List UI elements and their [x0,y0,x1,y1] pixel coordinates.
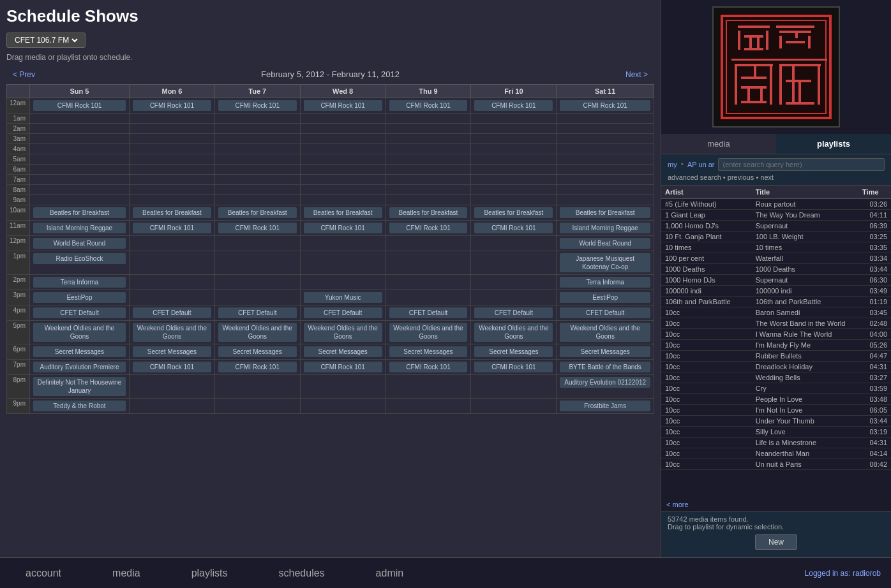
schedule-cell[interactable]: CFMI Rock 101 [129,221,214,236]
show-block[interactable]: CFMI Rock 101 [304,100,382,111]
my-link[interactable]: my [668,161,677,168]
schedule-cell[interactable]: Beatles for Breakfast [129,205,214,221]
schedule-cell[interactable] [129,165,214,175]
table-row[interactable]: 10ccUn nuit à Paris08:42 [661,459,891,470]
schedule-cell[interactable] [386,195,471,205]
table-row[interactable]: 10ccBaron Samedi03:45 [661,307,891,318]
schedule-cell[interactable]: Weekend Oldies and the Goons [129,321,214,344]
schedule-cell[interactable]: CFET Default [30,305,130,321]
show-block[interactable]: CFET Default [33,307,126,318]
schedule-cell[interactable] [386,165,471,175]
show-block[interactable]: Weekend Oldies and the Goons [218,323,297,342]
schedule-cell[interactable] [557,165,654,175]
show-block[interactable]: CFMI Rock 101 [304,362,382,372]
schedule-cell[interactable]: Japanese Musiquest Kootenay Co-op [557,251,654,275]
schedule-cell[interactable] [129,175,214,185]
tab-playlists[interactable]: playlists [776,134,891,154]
schedule-cell[interactable] [557,124,654,134]
schedule-cell[interactable]: CFMI Rock 101 [471,98,557,114]
schedule-cell[interactable]: Beatles for Breakfast [557,205,654,221]
schedule-cell[interactable]: Weekend Oldies and the Goons [30,321,130,344]
schedule-cell[interactable]: CFET Default [471,305,557,321]
schedule-cell[interactable] [214,144,300,154]
schedule-cell[interactable]: CFMI Rock 101 [386,221,471,236]
schedule-cell[interactable] [471,375,557,399]
table-row[interactable]: 10ccI Wanna Rule The World04:00 [661,329,891,340]
show-block[interactable]: Beatles for Breakfast [474,207,553,218]
schedule-cell[interactable] [471,275,557,290]
show-block[interactable]: CFET Default [389,307,468,318]
table-row[interactable]: 10ccCry03:59 [661,383,891,394]
schedule-cell[interactable]: CFET Default [386,305,471,321]
schedule-cell[interactable] [129,275,214,290]
show-block[interactable]: Terra Informa [560,277,650,288]
schedule-cell[interactable] [471,236,557,251]
schedule-cell[interactable] [386,375,471,399]
show-block[interactable]: CFMI Rock 101 [33,100,126,111]
schedule-cell[interactable] [214,375,300,399]
show-block[interactable]: CFMI Rock 101 [218,100,297,111]
schedule-cell[interactable] [557,114,654,124]
schedule-cell[interactable]: Terra Informa [557,275,654,290]
show-block[interactable]: Island Morning Reggae [560,223,650,233]
schedule-cell[interactable] [386,236,471,251]
schedule-cell[interactable] [30,175,130,185]
schedule-cell[interactable] [129,124,214,134]
schedule-cell[interactable]: Auditory Evolution 02122012 [557,375,654,399]
schedule-cell[interactable]: Secret Messages [214,344,300,360]
table-row[interactable]: 10ccDreadlock Holiday04:31 [661,362,891,372]
schedule-cell[interactable] [557,195,654,205]
schedule-cell[interactable] [30,124,130,134]
schedule-cell[interactable]: CFMI Rock 101 [471,221,557,236]
schedule-cell[interactable] [30,144,130,154]
nav-playlists[interactable]: playlists [166,558,253,588]
schedule-cell[interactable]: Secret Messages [129,344,214,360]
schedule-cell[interactable] [471,124,557,134]
table-row[interactable]: 1000 Deaths1000 Deaths03:44 [661,264,891,275]
next-button[interactable]: Next > [625,70,648,79]
schedule-cell[interactable]: Beatles for Breakfast [471,205,557,221]
show-block[interactable]: CFMI Rock 101 [560,100,650,111]
schedule-cell[interactable] [214,134,300,144]
table-row[interactable]: 100 per centWaterfall03:34 [661,253,891,264]
schedule-cell[interactable]: Secret Messages [300,344,386,360]
schedule-cell[interactable] [386,185,471,195]
show-block[interactable]: Weekend Oldies and the Goons [389,323,468,342]
schedule-cell[interactable] [471,165,557,175]
show-block[interactable]: CFET Default [133,307,211,318]
schedule-cell[interactable]: CFMI Rock 101 [30,98,130,114]
schedule-cell[interactable] [386,124,471,134]
schedule-cell[interactable]: Beatles for Breakfast [300,205,386,221]
schedule-cell[interactable] [214,275,300,290]
schedule-cell[interactable] [129,114,214,124]
schedule-cell[interactable] [471,144,557,154]
ap-un-ar-link[interactable]: AP un ar [687,161,715,168]
schedule-cell[interactable] [300,251,386,275]
schedule-cell[interactable] [129,134,214,144]
show-block[interactable]: Definitely Not The Housewine January [33,377,126,396]
advanced-search-link[interactable]: advanced search [668,173,721,181]
schedule-cell[interactable] [386,290,471,305]
show-block[interactable]: CFMI Rock 101 [389,100,468,111]
schedule-cell[interactable] [471,154,557,165]
show-block[interactable]: Island Morning Reggae [33,223,126,233]
schedule-cell[interactable] [129,195,214,205]
show-block[interactable]: Teddy & the Robot [33,401,126,411]
show-block[interactable]: CFMI Rock 101 [133,223,211,233]
schedule-cell[interactable] [386,154,471,165]
show-block[interactable]: EestiPop [560,292,650,303]
schedule-cell[interactable]: CFET Default [300,305,386,321]
schedule-cell[interactable] [386,251,471,275]
schedule-cell[interactable] [386,399,471,414]
schedule-cell[interactable] [300,175,386,185]
schedule-cell[interactable] [214,236,300,251]
schedule-cell[interactable]: CFET Default [557,305,654,321]
schedule-cell[interactable]: CFET Default [129,305,214,321]
schedule-cell[interactable]: EestiPop [30,290,130,305]
schedule-cell[interactable]: Secret Messages [471,344,557,360]
schedule-cell[interactable] [471,134,557,144]
show-block[interactable]: Auditory Evolution Premiere [33,362,126,372]
schedule-cell[interactable]: CFMI Rock 101 [129,360,214,375]
show-block[interactable]: CFMI Rock 101 [218,362,297,372]
table-row[interactable]: 10ccSilly Love03:19 [661,427,891,437]
